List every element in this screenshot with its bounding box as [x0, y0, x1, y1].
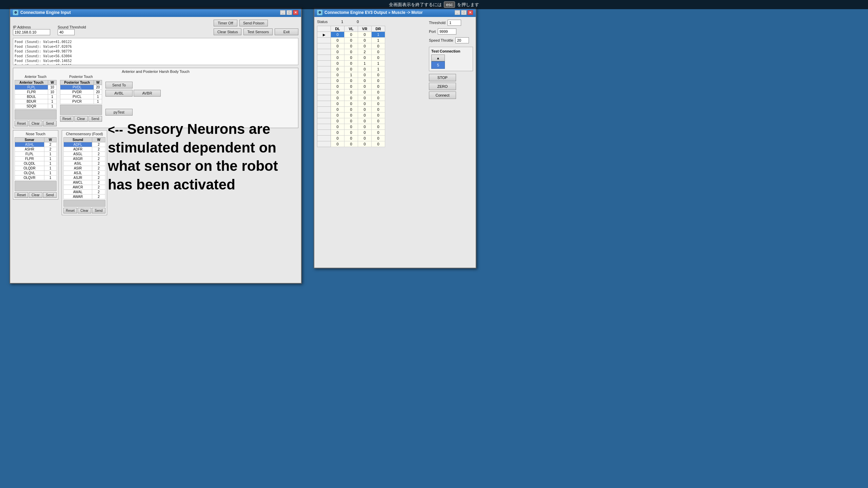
table-row: PVCL1 — [60, 95, 102, 99]
table-row: FLPR1 — [15, 157, 57, 161]
table-row: AWAL2 — [64, 190, 105, 195]
row-arrow-cell — [317, 49, 331, 55]
anterior-send-button[interactable]: Send — [43, 121, 57, 126]
ev3-data-table: DL VL VR DR ▶000100010000002000000011000… — [317, 26, 385, 147]
table-row: 0000 — [317, 43, 385, 49]
nose-send-button[interactable]: Send — [43, 192, 57, 198]
timer-off-button[interactable]: Timer Off — [214, 20, 237, 26]
table-row: ASIR2 — [64, 166, 105, 171]
ev3-cell: 0 — [358, 136, 372, 141]
anterior-clear-button[interactable]: Clear — [29, 121, 42, 126]
stepper-up-button[interactable]: ▲ — [431, 55, 445, 61]
ev3-cell: 0 — [344, 32, 358, 38]
posterior-clear-button[interactable]: Clear — [74, 116, 88, 122]
table-row: AWAR2 — [64, 195, 105, 199]
table-row: ADFL2 — [64, 142, 105, 147]
ev3-status-val1: 1 — [341, 20, 343, 24]
ev3-cell: 0 — [344, 84, 358, 89]
send-to-button[interactable]: Send To — [105, 82, 133, 88]
anterior-row-2-w: 10 — [48, 90, 57, 95]
chemo-col-sound: Sound — [64, 138, 92, 142]
ip-input[interactable] — [13, 29, 50, 35]
minimize-button[interactable]: _ — [280, 10, 285, 15]
table-row: ASIL2 — [64, 161, 105, 166]
connect-button[interactable]: Connect — [429, 92, 456, 99]
clear-status-button[interactable]: Clear Status — [214, 28, 242, 35]
ev3-cell: 0 — [344, 124, 358, 130]
row-arrow-cell: ▶ — [317, 32, 331, 38]
ev3-icon: ⚙ — [317, 10, 322, 15]
table-row: 0100 — [317, 72, 385, 78]
posterior-send-button[interactable]: Send — [88, 116, 102, 122]
ev3-arrow-col — [317, 26, 331, 32]
ev3-cell: 0 — [372, 43, 385, 49]
posterior-reset-button[interactable]: Reset — [60, 116, 74, 122]
chemo-clear-button[interactable]: Clear — [78, 208, 91, 214]
table-row: AWCL2 — [64, 180, 105, 185]
anterior-row-4-w: 1 — [48, 99, 57, 104]
table-row: 0000 — [317, 130, 385, 136]
ev3-cell: 0 — [358, 38, 372, 43]
posterior-col-w: W — [94, 80, 102, 85]
table-row: ASJL2 — [64, 171, 105, 176]
posterior-table: Posterior TouchW PVDL20 PVDR20 PVCL1 PVC… — [60, 80, 102, 104]
ev3-cell: 0 — [344, 141, 358, 147]
ev3-cell: 1 — [344, 72, 358, 78]
ev3-cell: 0 — [358, 78, 372, 84]
table-row: 0000 — [317, 107, 385, 113]
test-sensors-button[interactable]: Test Sensors — [243, 28, 273, 35]
ev3-cell: 0 — [331, 66, 344, 72]
exit-button[interactable]: Exit — [275, 28, 298, 35]
anterior-row-5-w: 1 — [48, 104, 57, 109]
table-row: OLQVR1 — [15, 176, 57, 180]
ev3-cell: 0 — [331, 95, 344, 101]
ev3-cell: 0 — [331, 32, 344, 38]
row-arrow-cell — [317, 66, 331, 72]
ev3-cell: 0 — [344, 55, 358, 61]
zero-button[interactable]: ZERO — [429, 83, 456, 90]
log-area: Food (Sound): Value=41.00122 Food (Sound… — [13, 38, 298, 65]
ev3-maximize-button[interactable]: □ — [461, 10, 467, 15]
table-row: OLQDL1 — [15, 161, 57, 166]
speed-throttle-input[interactable] — [455, 37, 469, 43]
port-input[interactable] — [438, 28, 456, 35]
pytest-button[interactable]: pyTest — [105, 109, 133, 116]
ev3-cell: 0 — [331, 124, 344, 130]
threshold-input[interactable] — [448, 20, 461, 26]
stepper-down-button[interactable]: 5 — [431, 61, 445, 69]
ev3-cell: 0 — [344, 95, 358, 101]
ev3-cell: 0 — [331, 130, 344, 136]
anterior-row-1-name: FLPL — [15, 85, 48, 90]
nose-reset-button[interactable]: Reset — [15, 192, 28, 198]
table-row: SDQR1 — [15, 104, 57, 109]
anterior-reset-button[interactable]: Reset — [15, 121, 28, 126]
avbl-button[interactable]: AVBL — [105, 90, 133, 97]
ev3-cell: 0 — [344, 66, 358, 72]
ev3-cell: 0 — [331, 118, 344, 124]
send-poison-button[interactable]: Send Poison — [239, 20, 268, 26]
chemo-table: SoundW ADFL2 ADFR2 ASGL2 ASGR2 ASIL2 ASI… — [63, 137, 105, 199]
stop-button[interactable]: STOP — [429, 74, 456, 81]
chemo-reset-button[interactable]: Reset — [63, 208, 77, 214]
close-button[interactable]: ✕ — [293, 10, 298, 15]
sound-threshold-input[interactable] — [58, 29, 75, 35]
avbr-button[interactable]: AVBR — [134, 90, 161, 97]
chemo-send-button[interactable]: Send — [92, 208, 105, 214]
main-window-title: Connectome Engine Input — [20, 10, 71, 15]
ev3-close-button[interactable]: ✕ — [468, 10, 473, 15]
nose-clear-button[interactable]: Clear — [29, 192, 42, 198]
ev3-cell: 0 — [358, 55, 372, 61]
log-line-5: Food (Sound): Value=60.14652 — [15, 59, 297, 63]
maximize-button[interactable]: □ — [287, 10, 292, 15]
post-row-1-name: PVDL — [60, 85, 94, 90]
ev3-minimize-button[interactable]: _ — [455, 10, 460, 15]
post-row-2-w: 20 — [94, 90, 102, 95]
test-connection-box: Test Connection ▲ 5 — [429, 47, 473, 71]
ev3-cell: 0 — [358, 72, 372, 78]
row-arrow-cell — [317, 113, 331, 118]
anterior-table: Anterior TouchW FLPL10 FLPR10 BDUL1 BDUR… — [15, 80, 57, 109]
ev3-cell: 0 — [331, 61, 344, 66]
table-row: PVCR1 — [60, 99, 102, 104]
ev3-cell: 0 — [372, 118, 385, 124]
anterior-row-3-w: 1 — [48, 95, 57, 99]
